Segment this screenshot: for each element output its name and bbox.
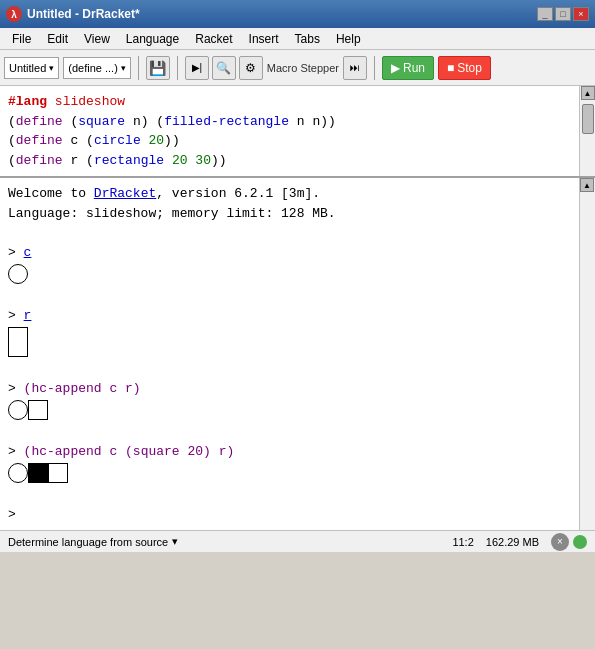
file-dropdown[interactable]: Untitled ▾ xyxy=(4,57,59,79)
menu-language[interactable]: Language xyxy=(118,30,187,48)
toolbar-separator-2 xyxy=(177,56,178,80)
menu-file[interactable]: File xyxy=(4,30,39,48)
settings-icon[interactable]: ⚙ xyxy=(239,56,263,80)
macro-step-button[interactable]: ⏭ xyxy=(343,56,367,80)
scrollbar-thumb[interactable] xyxy=(582,104,594,134)
macro-stepper-label: Macro Stepper xyxy=(267,62,339,74)
repl-prompt-r: > r xyxy=(8,306,571,326)
chevron-down-icon: ▾ xyxy=(172,535,178,548)
repl-input-r[interactable]: r xyxy=(24,308,32,323)
status-icons: × xyxy=(551,533,587,551)
title-bar-left: λ Untitled - DrRacket* xyxy=(6,6,140,22)
repl-final-prompt: > xyxy=(8,505,571,525)
define-dropdown-group: (define ...) ▾ xyxy=(63,57,131,79)
circle-shape xyxy=(8,264,28,284)
circle-shape-2 xyxy=(8,463,28,483)
window-controls[interactable]: _ □ × xyxy=(537,7,589,21)
run-arrow-icon: ▶ xyxy=(391,61,400,75)
close-button[interactable]: × xyxy=(573,7,589,21)
editor-line-3: (define c (circle 20)) xyxy=(8,131,571,151)
rect-shape xyxy=(8,327,28,357)
rect-shape-small xyxy=(28,400,48,420)
repl-pane: Welcome to DrRacket, version 6.2.1 [3m].… xyxy=(0,178,595,530)
repl-output-hc2 xyxy=(8,463,571,483)
editor-content[interactable]: #lang slideshow (define (square n) (fill… xyxy=(0,86,579,176)
stop-button[interactable]: ■ Stop xyxy=(438,56,491,80)
repl-output-r xyxy=(8,327,571,357)
menu-tabs[interactable]: Tabs xyxy=(287,30,328,48)
repl-input-c[interactable]: c xyxy=(24,245,32,260)
repl-output-c xyxy=(8,264,571,284)
status-left: Determine language from source ▾ xyxy=(8,535,178,548)
repl-output-hc1 xyxy=(8,400,571,420)
menu-view[interactable]: View xyxy=(76,30,118,48)
scroll-up-arrow[interactable]: ▲ xyxy=(581,86,595,100)
minimize-button[interactable]: _ xyxy=(537,7,553,21)
circle-shape-small xyxy=(8,400,28,420)
status-bar: Determine language from source ▾ 11:2 16… xyxy=(0,530,595,552)
repl-scrollbar[interactable]: ▲ xyxy=(579,178,595,530)
save-button[interactable]: 💾 xyxy=(146,56,170,80)
error-icon[interactable]: × xyxy=(551,533,569,551)
define-dropdown[interactable]: (define ...) ▾ xyxy=(63,57,131,79)
menu-bar: File Edit View Language Racket Insert Ta… xyxy=(0,28,595,50)
menu-help[interactable]: Help xyxy=(328,30,369,48)
toolbar-separator-3 xyxy=(374,56,375,80)
toolbar: Untitled ▾ (define ...) ▾ 💾 ▶| 🔍 ⚙ Macro… xyxy=(0,50,595,86)
filled-rect-shape xyxy=(28,463,48,483)
repl-prompt-hc1: > (hc-append c r) xyxy=(8,379,571,399)
status-right: 11:2 162.29 MB × xyxy=(452,533,587,551)
drracket-link[interactable]: DrRacket xyxy=(94,186,156,201)
title-bar: λ Untitled - DrRacket* _ □ × xyxy=(0,0,595,28)
maximize-button[interactable]: □ xyxy=(555,7,571,21)
file-dropdown-group: Untitled ▾ xyxy=(4,57,59,79)
run-button[interactable]: ▶ Run xyxy=(382,56,434,80)
stop-icon: ■ xyxy=(447,61,454,75)
toolbar-separator-1 xyxy=(138,56,139,80)
repl-prompt-c: > c xyxy=(8,243,571,263)
menu-edit[interactable]: Edit xyxy=(39,30,76,48)
editor-line-4: (define r (rectangle 20 30)) xyxy=(8,151,571,171)
run-icon[interactable]: ▶| xyxy=(185,56,209,80)
cursor-position: 11:2 xyxy=(452,536,473,548)
chevron-down-icon: ▾ xyxy=(49,63,54,73)
repl-prompt-hc2: > (hc-append c (square 20) r) xyxy=(8,442,571,462)
menu-racket[interactable]: Racket xyxy=(187,30,240,48)
status-ok-icon xyxy=(573,535,587,549)
app-icon: λ xyxy=(6,6,22,22)
menu-insert[interactable]: Insert xyxy=(241,30,287,48)
editor-line-2: (define (square n) (filled-rectangle n n… xyxy=(8,112,571,132)
search-icon[interactable]: 🔍 xyxy=(212,56,236,80)
repl-language-line: Language: slideshow; memory limit: 128 M… xyxy=(8,204,571,224)
rect-shape-2 xyxy=(48,463,68,483)
editor-pane: #lang slideshow (define (square n) (fill… xyxy=(0,86,595,178)
editor-scrollbar[interactable]: ▲ xyxy=(579,86,595,176)
window-title: Untitled - DrRacket* xyxy=(27,7,140,21)
editor-line-1: #lang slideshow xyxy=(8,92,571,112)
chevron-down-icon: ▾ xyxy=(121,63,126,73)
repl-scroll-up[interactable]: ▲ xyxy=(580,178,594,192)
language-label: Determine language from source xyxy=(8,536,168,548)
repl-welcome-line: Welcome to DrRacket, version 6.2.1 [3m]. xyxy=(8,184,571,204)
memory-usage: 162.29 MB xyxy=(486,536,539,548)
run-controls: ▶| 🔍 ⚙ xyxy=(185,56,263,80)
repl-content[interactable]: Welcome to DrRacket, version 6.2.1 [3m].… xyxy=(0,178,579,530)
